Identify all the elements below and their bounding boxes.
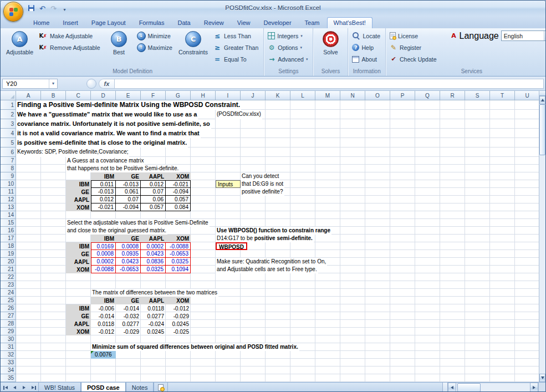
minimize-button[interactable]: ↓Minimize (135, 30, 175, 42)
cell-E18[interactable]: 0.0008 (116, 242, 141, 250)
cell-G28[interactable]: 0.0245 (166, 320, 191, 328)
cell-D17[interactable]: IBM (91, 235, 116, 242)
cell-F10[interactable]: 0.012 (141, 180, 166, 188)
row-header-29[interactable]: 29 (1, 328, 16, 335)
cell-D10[interactable]: 0.011 (91, 180, 116, 188)
row-header-14[interactable]: 14 (1, 211, 16, 219)
advanced-button[interactable]: →Advanced▾ (266, 53, 310, 65)
cell-F27[interactable]: 0.0277 (141, 312, 166, 320)
last-sheet-button[interactable] (29, 383, 38, 392)
ribbon-tab-view[interactable]: View (231, 18, 257, 28)
column-header-N[interactable]: N (340, 91, 365, 100)
undo-button[interactable] (37, 3, 48, 13)
column-header-E[interactable]: E (116, 91, 141, 100)
cell-G19[interactable]: -0.0653 (166, 250, 191, 258)
column-header-H[interactable]: H (191, 91, 216, 100)
maximize-button[interactable]: ↑Maximize (135, 42, 175, 53)
help-button[interactable]: ?Help (350, 42, 383, 53)
objective-cell[interactable]: 0.0076 (91, 351, 116, 359)
ribbon-tab-formulas[interactable]: Formulas (133, 18, 171, 28)
row-header-15[interactable]: 15 (1, 219, 16, 227)
column-header-J[interactable]: J (241, 91, 266, 100)
cell-F13[interactable]: 0.057 (141, 203, 166, 211)
cell-G27[interactable]: -0.029 (166, 312, 191, 320)
cell-D24[interactable]: The matrix of differences between the tw… (91, 289, 218, 297)
cell-E17[interactable]: GE (116, 235, 141, 242)
cell-D31[interactable]: Minimize sum of squared differences betw… (91, 343, 299, 351)
next-sheet-button[interactable] (19, 383, 29, 392)
cell-E25[interactable]: GE (116, 297, 141, 304)
row-header-16[interactable]: 16 (1, 227, 16, 235)
column-header-M[interactable]: M (315, 91, 340, 100)
column-header-L[interactable]: L (290, 91, 315, 100)
formula-input[interactable] (114, 79, 544, 89)
equal-to-button[interactable]: =Equal To (211, 53, 261, 65)
name-box[interactable]: Y20 (2, 79, 58, 89)
row-header-18[interactable]: 18 (1, 242, 16, 250)
cell-F18[interactable]: 0.0002 (141, 242, 166, 250)
cell-C28[interactable]: AAPL (66, 320, 91, 328)
row-header-10[interactable]: 10 (1, 180, 16, 188)
column-header-P[interactable]: P (390, 91, 415, 100)
column-header-U[interactable]: U (515, 91, 540, 100)
cell-E19[interactable]: 0.0935 (116, 250, 141, 258)
cell-D20[interactable]: 0.0002 (91, 258, 116, 266)
cell-D28[interactable]: 0.0118 (91, 320, 116, 328)
insert-function-button[interactable]: fx (99, 79, 114, 89)
horizontal-scroll-thumb[interactable] (457, 383, 481, 392)
cell-A6[interactable]: Keywords: SDP, Positive definite,Covaria… (16, 147, 129, 157)
cell-E11[interactable]: 0.061 (116, 188, 141, 196)
cell-E13[interactable]: -0.094 (116, 203, 141, 211)
cell-C27[interactable]: GE (66, 312, 91, 320)
scroll-down-button[interactable] (539, 374, 545, 382)
check-update-button[interactable]: ✔Check Update (388, 53, 440, 65)
ribbon-tab-developer[interactable]: Developer (257, 18, 297, 28)
column-header-K[interactable]: K (266, 91, 290, 100)
cell-E21[interactable]: -0.0653 (116, 266, 141, 273)
row-header-4[interactable]: 4 (1, 129, 16, 138)
vertical-scrollbar[interactable] (539, 91, 545, 382)
cell-C18[interactable]: IBM (66, 242, 91, 250)
column-header-D[interactable]: D (91, 91, 116, 100)
cell-F12[interactable]: 0.06 (141, 196, 166, 203)
cell-C15[interactable]: Select the adjustable values that is Pos… (66, 219, 210, 227)
cell-D26[interactable]: -0.006 (91, 304, 116, 312)
cell-C29[interactable]: XOM (66, 328, 91, 335)
cell-F11[interactable]: 0.07 (141, 188, 166, 196)
insert-worksheet-tab[interactable] (154, 383, 168, 392)
row-header-22[interactable]: 22 (1, 273, 16, 281)
column-header-G[interactable]: G (166, 91, 191, 100)
constraints-button[interactable]: CConstraints (176, 29, 210, 67)
row-header-28[interactable]: 28 (1, 320, 16, 328)
row-header-33[interactable]: 33 (1, 359, 16, 366)
column-header-T[interactable]: T (490, 91, 515, 100)
adjustable-button[interactable]: AAdjustable (4, 29, 35, 67)
locate-button[interactable]: Locate (350, 30, 383, 42)
cell-C8[interactable]: that happens not to be Positive Semi-def… (66, 165, 180, 172)
column-header-Q[interactable]: Q (415, 91, 440, 100)
column-header-F[interactable]: F (141, 91, 166, 100)
cell-G20[interactable]: 0.0325 (166, 258, 191, 266)
scroll-right-button[interactable] (530, 383, 538, 392)
make-adjustable-button[interactable]: K✗Make Adjustable (37, 30, 103, 42)
ribbon-tab-home[interactable]: Home (27, 18, 55, 28)
select-all-corner[interactable] (1, 91, 16, 100)
cell-C17[interactable] (66, 235, 91, 242)
cell-C25[interactable] (66, 297, 91, 304)
cell-D21[interactable]: -0.0088 (91, 266, 116, 273)
remove-adjustable-button[interactable]: K✗Remove Adjustable (37, 42, 103, 53)
cell-F9[interactable]: AAPL (141, 172, 166, 180)
less-than-button[interactable]: ≤Less Than (211, 30, 261, 42)
cell-F25[interactable]: AAPL (141, 297, 166, 304)
row-header-30[interactable]: 30 (1, 335, 16, 343)
ribbon-tab-page-layout[interactable]: Page Layout (85, 18, 132, 28)
column-header-C[interactable]: C (66, 91, 91, 100)
office-button[interactable] (3, 2, 23, 22)
ribbon-tab-team[interactable]: Team (299, 18, 326, 28)
row-header-31[interactable]: 31 (1, 343, 16, 351)
cell-A2[interactable]: We have a "guesstimate" matrix that we w… (16, 110, 198, 119)
row-header-6[interactable]: 6 (1, 147, 16, 157)
cell-C10[interactable]: IBM (66, 180, 91, 188)
first-sheet-button[interactable] (1, 383, 10, 392)
row-header-20[interactable]: 20 (1, 258, 16, 266)
